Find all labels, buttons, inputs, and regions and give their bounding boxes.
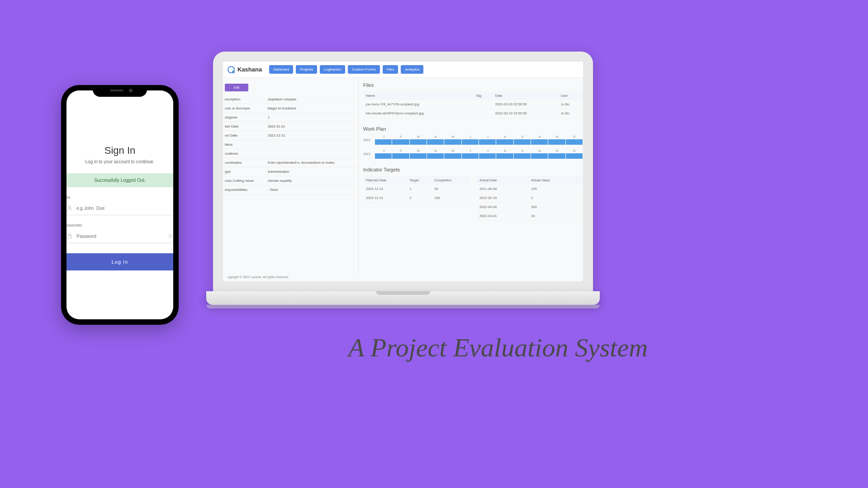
workplan-year-row: 2022JFMAMJJASAND — [363, 135, 583, 145]
detail-key: ype — [225, 170, 268, 174]
eye-icon[interactable] — [168, 233, 173, 239]
workplan-cell[interactable] — [392, 153, 409, 159]
tab-projects[interactable]: Projects — [296, 65, 317, 74]
detail-row: ode or AcronymMagni et incididunt — [223, 104, 358, 113]
detail-val: - Teset — [268, 188, 356, 192]
detail-key: ross Cutting Issue — [225, 179, 268, 183]
table-row[interactable]: 2022-04-06300 — [477, 203, 583, 212]
file-user: Jo Bo — [558, 109, 583, 118]
email-input[interactable] — [76, 206, 173, 211]
workplan-year: 2023 — [363, 152, 375, 156]
right-panel: Files Name Tag Date User joe-bono-Ybf_4e… — [359, 78, 583, 274]
actual-date: 2011-06-08 — [477, 185, 528, 194]
tab-dashboard[interactable]: Dahboard — [269, 65, 293, 74]
actual-table: Actual Date Actual Value 2011-06-0812520… — [477, 176, 583, 221]
files-title: Files — [363, 82, 583, 88]
workplan-cell[interactable] — [496, 139, 513, 145]
detail-row: nd Date2023-12-31 — [223, 131, 358, 140]
detail-val: Gender equality — [268, 179, 356, 183]
workplan-cell[interactable] — [496, 153, 513, 159]
workplan-cell[interactable] — [375, 139, 392, 145]
password-input[interactable] — [76, 234, 168, 239]
workplan-cell[interactable] — [427, 153, 444, 159]
table-row[interactable]: joe-bono-Ybf_4e7YDll-unsplash.jpg2022-03… — [363, 100, 583, 109]
workplan-cell[interactable] — [392, 139, 409, 145]
tab-files[interactable]: Files — [383, 65, 398, 74]
detail-key: ode or Acronym — [225, 106, 268, 110]
app-body: Edit escriptionoluptatum voluptasode or … — [223, 78, 583, 274]
tab-logframes[interactable]: Logframes — [320, 65, 345, 74]
detail-val: 2023-12-31 — [268, 133, 356, 137]
password-input-row[interactable] — [66, 229, 173, 243]
tab-analytics[interactable]: Analytics — [401, 65, 423, 74]
table-row[interactable]: 2022-12-31150 — [363, 185, 470, 194]
planned-target: 1 — [407, 185, 432, 194]
svg-point-0 — [69, 206, 71, 208]
detail-row: ocations — [223, 149, 358, 158]
workplan-cell[interactable] — [548, 139, 565, 145]
workplan-month-label: F — [392, 135, 409, 138]
workplan-bar — [375, 153, 583, 159]
workplan-cell[interactable] — [514, 139, 531, 145]
planned-date: 2022-12-31 — [363, 185, 407, 194]
file-date: 2022-03-19 22:56:58 — [493, 109, 558, 118]
workplan-month-label: J — [462, 135, 479, 138]
table-row[interactable]: kal-visuals-aK4iPNYipnU-unsplash.jpg2022… — [363, 109, 583, 118]
workplan-cell[interactable] — [410, 139, 427, 145]
planned-targets: Planned Date Target Completion 2022-12-3… — [363, 176, 470, 221]
workplan-month-label: S — [514, 135, 531, 138]
planned-col-target: Target — [407, 176, 432, 185]
workplan-cell[interactable] — [566, 139, 583, 145]
workplan-cell[interactable] — [444, 139, 461, 145]
detail-key: esponsibilities — [225, 188, 268, 192]
workplan-cell[interactable] — [548, 153, 565, 159]
phone-mockup: Sign In Log in to your account to contin… — [61, 85, 179, 325]
svg-point-2 — [170, 236, 171, 237]
table-row[interactable]: 2023-12-312100 — [363, 194, 470, 203]
workplan-month-label: M — [444, 149, 461, 152]
workplan-cell[interactable] — [375, 153, 392, 159]
detail-key: ssignee — [225, 115, 268, 119]
workplan-cell[interactable] — [410, 153, 427, 159]
workplan-cell[interactable] — [514, 153, 531, 159]
table-row[interactable]: 2022-04-0120 — [477, 212, 583, 221]
email-input-row[interactable] — [66, 201, 173, 215]
file-name: kal-visuals-aK4iPNYipnU-unsplash.jpg — [363, 109, 473, 118]
app-logo-icon — [228, 66, 235, 73]
workplan-month-label: S — [514, 149, 531, 152]
signin-subtitle: Log in to your account to continue. — [66, 159, 173, 164]
workplan-cell[interactable] — [462, 139, 479, 145]
workplan-cell[interactable] — [531, 153, 548, 159]
detail-key: oordinates — [225, 161, 268, 165]
workplan-title: Work Plan — [363, 126, 583, 132]
file-tag — [473, 100, 493, 109]
detail-table: escriptionoluptatum voluptasode or Acron… — [223, 95, 358, 194]
workplan-cell[interactable] — [566, 153, 583, 159]
workplan-month-label: J — [479, 149, 496, 152]
detail-val: oluptatum voluptas — [268, 97, 356, 101]
workplan-cell[interactable] — [444, 153, 461, 159]
login-button[interactable]: Log In — [66, 253, 173, 270]
table-row[interactable]: 2011-06-08125 — [477, 185, 583, 194]
workplan-cell[interactable] — [427, 139, 444, 145]
password-label: SSWORD — [66, 223, 173, 227]
workplan-months: JFMAMJJASAND — [375, 135, 583, 138]
laptop-mockup: Kashana Dahboard Projects Logframes Cust… — [206, 52, 600, 323]
workplan-cell[interactable] — [531, 139, 548, 145]
workplan-month-label: A — [427, 135, 444, 138]
actual-col-value: Actual Value — [528, 176, 583, 185]
workplan-cell[interactable] — [479, 139, 496, 145]
workplan-month-label: D — [566, 135, 583, 138]
workplan-month-label: M — [410, 149, 427, 152]
workplan-cell[interactable] — [462, 153, 479, 159]
table-row[interactable]: 2012-02-152 — [477, 194, 583, 203]
actual-value: 300 — [528, 203, 583, 212]
tab-custom-forms[interactable]: Custom Forms — [348, 65, 379, 74]
planned-target: 2 — [407, 194, 432, 203]
phone-notch — [93, 85, 147, 97]
edit-button[interactable]: Edit — [225, 84, 248, 91]
detail-val: 2022-01-01 — [268, 124, 356, 128]
detail-val: Enim reprehenderit e, Accusantium et mol… — [268, 161, 356, 165]
workplan-cell[interactable] — [479, 153, 496, 159]
email-section: AIL — [66, 195, 173, 215]
